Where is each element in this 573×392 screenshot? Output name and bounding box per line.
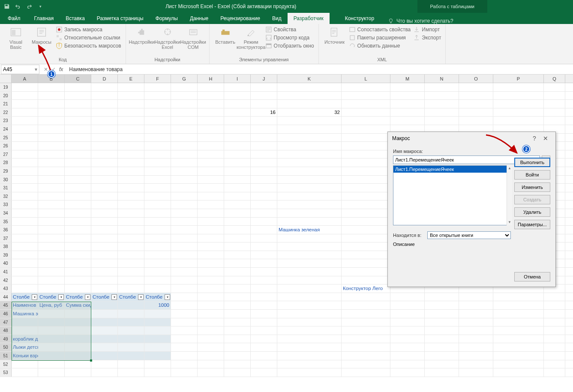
cell[interactable]: [118, 117, 144, 125]
row-header[interactable]: 45: [0, 301, 12, 309]
cell[interactable]: [198, 251, 224, 259]
cell[interactable]: [12, 83, 38, 91]
cell[interactable]: [425, 117, 459, 125]
cell[interactable]: [198, 360, 224, 368]
cell[interactable]: [251, 360, 277, 368]
cell[interactable]: [118, 218, 144, 226]
cell[interactable]: [544, 360, 565, 368]
cell[interactable]: [171, 310, 198, 318]
cell[interactable]: [198, 92, 224, 100]
col-header-O[interactable]: O: [459, 75, 493, 83]
cell[interactable]: [342, 293, 390, 301]
cell[interactable]: [224, 242, 251, 251]
cell[interactable]: [251, 142, 277, 150]
cell[interactable]: [198, 176, 224, 184]
cell[interactable]: [65, 360, 91, 368]
cancel-icon[interactable]: ✕: [44, 66, 48, 72]
cell[interactable]: [224, 301, 251, 309]
cell[interactable]: [277, 268, 342, 276]
cell[interactable]: [198, 276, 224, 284]
cell[interactable]: [198, 368, 224, 377]
options-button[interactable]: Параметры...: [514, 220, 550, 229]
cell[interactable]: [251, 326, 277, 335]
cell[interactable]: [251, 251, 277, 259]
cell[interactable]: [38, 218, 65, 226]
row-header[interactable]: 41: [0, 268, 12, 276]
cell[interactable]: [65, 226, 91, 234]
cell[interactable]: [251, 284, 277, 293]
cell[interactable]: [118, 242, 144, 251]
row-header[interactable]: 35: [0, 218, 12, 226]
cell[interactable]: [459, 293, 493, 301]
cell[interactable]: [277, 368, 342, 377]
expansion-packs-button[interactable]: Пакеты расширения: [348, 34, 412, 42]
cell[interactable]: [277, 352, 342, 360]
cell[interactable]: [171, 92, 198, 100]
cell[interactable]: [171, 125, 198, 133]
cell[interactable]: [38, 251, 65, 259]
cell[interactable]: [277, 167, 342, 175]
cell[interactable]: [171, 360, 198, 368]
cell[interactable]: [342, 251, 390, 259]
cell[interactable]: [198, 134, 224, 142]
cell[interactable]: Столбе▾: [65, 293, 91, 301]
cell[interactable]: [65, 92, 91, 100]
cell[interactable]: [118, 259, 144, 267]
cell[interactable]: [390, 360, 425, 368]
cell[interactable]: [118, 318, 144, 326]
cell[interactable]: [12, 242, 38, 251]
cell[interactable]: [118, 326, 144, 335]
cell[interactable]: [493, 92, 544, 100]
cell[interactable]: [342, 184, 390, 192]
cell[interactable]: 32: [277, 108, 342, 117]
row-header[interactable]: 34: [0, 209, 12, 217]
cell[interactable]: [38, 100, 65, 108]
cell[interactable]: [171, 176, 198, 184]
cell[interactable]: [144, 368, 171, 377]
cell[interactable]: [251, 293, 277, 301]
col-header-C[interactable]: C: [65, 75, 91, 83]
cell[interactable]: [342, 200, 390, 209]
cell[interactable]: [144, 176, 171, 184]
row-header[interactable]: 27: [0, 150, 12, 159]
scrollbar[interactable]: ▲▼: [507, 165, 512, 225]
cell[interactable]: Столбе▾: [91, 293, 118, 301]
cell[interactable]: [251, 176, 277, 184]
cell[interactable]: [493, 335, 544, 343]
cell[interactable]: [144, 125, 171, 133]
cell[interactable]: [65, 343, 91, 351]
cell[interactable]: [12, 108, 38, 117]
row-header[interactable]: 37: [0, 234, 12, 242]
cell[interactable]: [91, 117, 118, 125]
cell[interactable]: [493, 83, 544, 91]
run-dialog-button[interactable]: Отобразить окно: [264, 42, 315, 50]
tab-table-design[interactable]: Конструктор: [339, 13, 380, 24]
cell[interactable]: [171, 251, 198, 259]
row-header[interactable]: 50: [0, 343, 12, 351]
cell[interactable]: [544, 117, 565, 125]
cell[interactable]: [118, 368, 144, 377]
cell[interactable]: [342, 360, 390, 368]
cell[interactable]: [390, 92, 425, 100]
cell[interactable]: [198, 335, 224, 343]
undo-icon[interactable]: [14, 1, 22, 12]
cell[interactable]: [91, 108, 118, 117]
cell[interactable]: [118, 226, 144, 234]
row-header[interactable]: 39: [0, 251, 12, 259]
cell[interactable]: [342, 108, 390, 117]
cell[interactable]: [12, 167, 38, 175]
cell[interactable]: [493, 310, 544, 318]
filter-icon[interactable]: ▾: [111, 294, 117, 300]
cell[interactable]: [118, 125, 144, 133]
col-header-A[interactable]: A: [12, 75, 38, 83]
cell[interactable]: [544, 310, 565, 318]
cell[interactable]: [277, 218, 342, 226]
cell[interactable]: [198, 352, 224, 360]
cell[interactable]: [118, 134, 144, 142]
cell[interactable]: [342, 234, 390, 242]
cell[interactable]: [198, 310, 224, 318]
cell[interactable]: [65, 284, 91, 293]
cell[interactable]: кораблик для ребенка: [12, 335, 38, 343]
view-code-button[interactable]: Просмотр кода: [264, 34, 315, 42]
cell[interactable]: [198, 142, 224, 150]
